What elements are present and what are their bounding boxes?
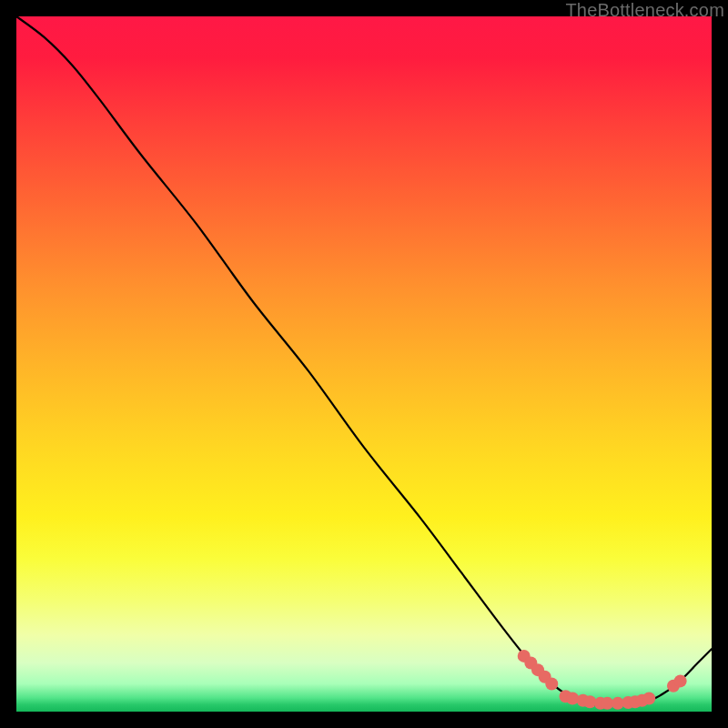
marker-cluster-left-5 bbox=[545, 677, 558, 690]
watermark-text: TheBottleneck.com bbox=[565, 0, 724, 21]
chart-frame: TheBottleneck.com bbox=[0, 0, 728, 728]
bottleneck-curve bbox=[16, 16, 712, 705]
marker-right-2 bbox=[674, 674, 687, 687]
marker-valley-11 bbox=[642, 692, 655, 704]
curve-layer bbox=[16, 16, 712, 712]
plot-area bbox=[16, 16, 712, 712]
marker-layer bbox=[518, 650, 687, 710]
